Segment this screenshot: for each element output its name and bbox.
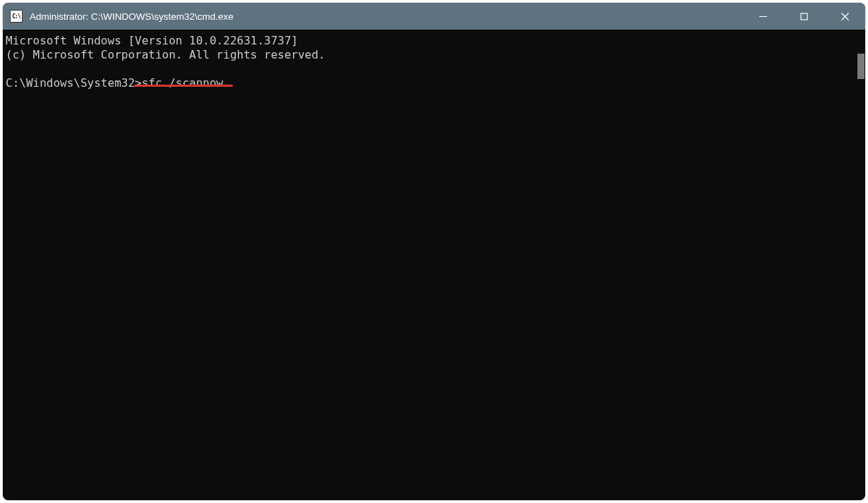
scrollbar-track[interactable] xyxy=(852,30,865,500)
cmd-window: C:\ Administrator: C:\WINDOWS\system32\c… xyxy=(3,3,865,500)
terminal-wrapper: Microsoft Windows [Version 10.0.22631.37… xyxy=(3,30,865,500)
maximize-icon xyxy=(800,13,808,20)
cmd-icon-label: C:\ xyxy=(12,13,20,20)
minimize-button[interactable] xyxy=(742,3,783,30)
copyright-line: (c) Microsoft Corporation. All rights re… xyxy=(6,48,325,61)
window-title: Administrator: C:\WINDOWS\system32\cmd.e… xyxy=(30,11,742,22)
annotation-underline xyxy=(134,85,233,87)
minimize-icon xyxy=(759,13,767,20)
svg-rect-1 xyxy=(801,13,807,20)
window-controls xyxy=(742,3,865,30)
terminal-output[interactable]: Microsoft Windows [Version 10.0.22631.37… xyxy=(3,30,852,500)
close-icon xyxy=(841,13,849,20)
maximize-button[interactable] xyxy=(783,3,824,30)
scrollbar-thumb[interactable] xyxy=(857,54,864,79)
cmd-icon: C:\ xyxy=(10,10,23,23)
close-button[interactable] xyxy=(824,3,865,30)
version-line: Microsoft Windows [Version 10.0.22631.37… xyxy=(6,34,298,47)
titlebar[interactable]: C:\ Administrator: C:\WINDOWS\system32\c… xyxy=(3,3,865,30)
prompt: C:\Windows\System32> xyxy=(6,76,142,90)
command-input[interactable]: sfc /scannow xyxy=(142,76,224,90)
